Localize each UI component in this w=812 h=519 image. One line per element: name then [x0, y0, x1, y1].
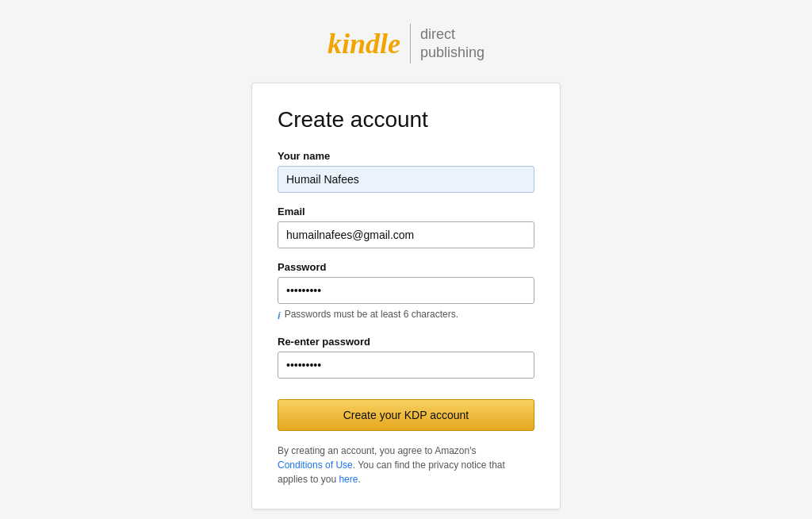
publishing-text: publishing: [420, 44, 485, 62]
terms-text: By creating an account, you agree to Ama…: [278, 444, 534, 486]
password-hint: i Passwords must be at least 6 character…: [278, 309, 534, 323]
form-title: Create account: [278, 107, 534, 133]
logo: kindle direct publishing: [327, 24, 485, 63]
reenter-password-group: Re-enter password: [278, 336, 534, 379]
create-account-card: Create account Your name Email Password …: [251, 83, 561, 509]
reenter-password-label: Re-enter password: [278, 336, 534, 348]
name-input[interactable]: [278, 166, 534, 193]
conditions-of-use-link[interactable]: Conditions of Use: [278, 459, 353, 471]
direct-text: direct: [420, 25, 485, 44]
terms-before: By creating an account, you agree to Ama…: [278, 445, 476, 456]
email-group: Email: [278, 206, 534, 248]
direct-publishing-text: direct publishing: [420, 25, 485, 63]
logo-divider: [410, 24, 411, 63]
kindle-logo-text: kindle: [327, 27, 400, 60]
here-link[interactable]: here: [339, 474, 358, 485]
name-group: Your name: [278, 150, 534, 193]
password-group: Password i Passwords must be at least 6 …: [278, 261, 534, 323]
password-hint-text: Passwords must be at least 6 characters.: [285, 309, 458, 320]
email-label: Email: [278, 206, 534, 217]
password-label: Password: [278, 261, 534, 273]
terms-after: .: [358, 474, 360, 485]
password-input[interactable]: [278, 277, 534, 304]
reenter-password-input[interactable]: [278, 352, 534, 379]
email-input[interactable]: [278, 221, 534, 248]
create-account-button[interactable]: Create your KDP account: [278, 399, 534, 431]
info-icon: i: [278, 309, 281, 323]
name-label: Your name: [278, 150, 534, 162]
